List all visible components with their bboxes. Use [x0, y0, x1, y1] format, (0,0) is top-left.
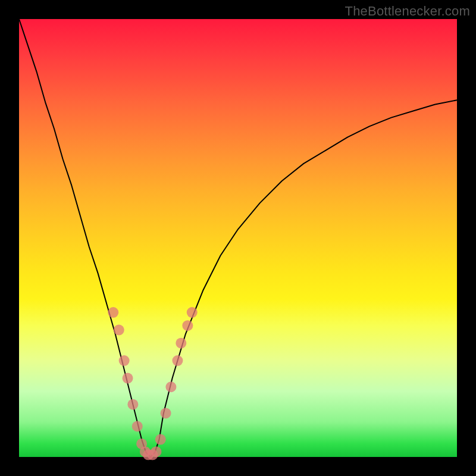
sample-point: [172, 355, 183, 366]
plot-area: [19, 19, 457, 457]
chart-frame: TheBottlenecker.com: [0, 0, 476, 476]
sample-point: [127, 399, 138, 410]
sample-point: [155, 434, 166, 445]
sample-point: [119, 355, 130, 366]
chart-svg: [19, 19, 457, 457]
sample-point: [182, 320, 193, 331]
watermark-text: TheBottlenecker.com: [345, 4, 470, 19]
sample-point: [161, 408, 171, 418]
sample-point: [165, 381, 176, 392]
sample-point: [132, 421, 143, 431]
sample-point: [187, 307, 198, 318]
sample-point: [108, 307, 118, 318]
sample-point: [114, 325, 124, 336]
sample-point: [176, 338, 186, 349]
sample-point: [151, 446, 161, 457]
sample-point: [123, 373, 133, 384]
bottleneck-curve: [19, 19, 457, 457]
